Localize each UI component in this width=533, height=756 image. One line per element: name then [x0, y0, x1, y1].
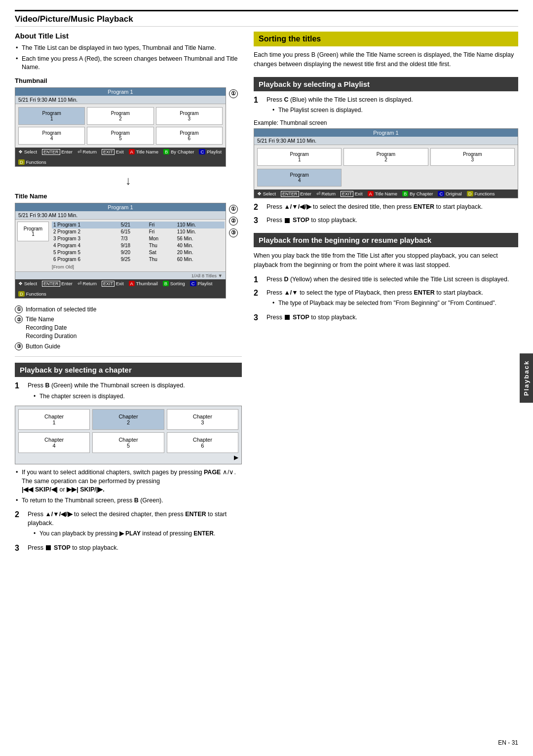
- chapter-step-1-content: Press B (Green) while the Thumbnail scre…: [28, 381, 242, 402]
- thumbnail-annotation-nums: ①: [226, 87, 242, 100]
- playlist-thumb-3: Program3: [430, 148, 515, 166]
- thumb-cell-2: Program2: [87, 107, 153, 125]
- footer-b-btn: B Sorting: [163, 281, 185, 286]
- footer-d-btn: D Functions: [18, 291, 46, 297]
- chapter-cell-4: Chapter4: [18, 432, 90, 453]
- chapter-cell-5: Chapter5: [92, 432, 164, 453]
- footer-c-btn: C Playlist: [199, 149, 222, 154]
- playlist-screen-subheader: 5/21 Fri 9:30 AM 110 Min.: [254, 137, 518, 145]
- footer-c-btn: C Playlist: [190, 281, 213, 286]
- playlist-thumb-2: Program2: [343, 148, 428, 166]
- footer-a-btn: A Thumbnail: [129, 281, 158, 286]
- playlist-screen-mockup: Program 1 5/21 Fri 9:30 AM 110 Min. Prog…: [254, 128, 518, 198]
- chapter-step-3-content: Press STOP to stop playback.: [28, 543, 242, 552]
- chapter-cell-2: Chapter2: [92, 409, 164, 430]
- footer-return: ⏎ Return: [77, 281, 97, 286]
- title-name-screen: Program 1 5/21 Fri 9:30 AM 110 Min. Prog…: [15, 203, 226, 302]
- chapter-step-1-num: 1: [15, 381, 25, 390]
- chapter-cell-6: Chapter6: [167, 432, 238, 453]
- annotations-list: ① Information of selected title ② Title …: [15, 305, 242, 351]
- annotation-circle-2: ②: [15, 315, 23, 323]
- about-title-list-section: About Title List The Title List can be d…: [15, 32, 242, 72]
- footer-b-btn: B By Chapter: [163, 149, 194, 154]
- footer-b-btn: B By Chapter: [402, 191, 433, 196]
- footer-d-btn: D Functions: [467, 191, 495, 196]
- playlist-step-1-content: Press C (Blue) while the Title List scre…: [266, 95, 518, 116]
- thumbnail-screen-header: Program 1: [15, 88, 226, 96]
- thumbnail-screen: Program 1 5/21 Fri 9:30 AM 110 Min. Prog…: [15, 87, 226, 171]
- annotation-row-3: ③ Button Guide: [15, 342, 242, 351]
- thumb-cell-3: Program3: [156, 107, 223, 125]
- annotation-num-1: ①: [229, 89, 238, 98]
- chapter-screen: Chapter1 Chapter2 Chapter3 Chapter4 Chap…: [15, 406, 242, 464]
- footer-enter: ENTER Enter: [42, 149, 73, 154]
- resume-body: When you play back the title from the Ti…: [254, 251, 518, 270]
- arrow-down: ↓: [15, 174, 242, 188]
- chapter-note-2: To return to the Thumbnail screen, press…: [15, 496, 242, 505]
- divider: [15, 356, 242, 357]
- annotation-num-1b: ①: [229, 205, 238, 214]
- thumb-cell-5: Program5: [87, 127, 153, 145]
- sorting-heading: Sorting the titles: [254, 32, 518, 46]
- title-name-program-thumb: Program1: [17, 222, 49, 241]
- bullet-item: The Playlist screen is displayed.: [272, 106, 518, 114]
- playlist-step-2-content: Press ▲/▼/◀/▶ to select the desired titl…: [266, 202, 518, 211]
- chapter-grid-arrow: ▶: [18, 454, 238, 461]
- resume-step-2-bullets: The type of Playback may be selected fro…: [266, 299, 518, 307]
- playlist-step-3: 3 Press STOP to stop playback.: [254, 216, 518, 225]
- resume-step-1-num: 1: [254, 275, 264, 284]
- table-row: 5 Program 59/20Sat20 Min.: [52, 249, 225, 256]
- playlist-step-2: 2 Press ▲/▼/◀/▶ to select the desired ti…: [254, 202, 518, 212]
- playlist-step-1-num: 1: [254, 95, 264, 105]
- footer-c-btn: C Original: [438, 191, 461, 196]
- stop-icon-2: [285, 218, 290, 223]
- footer-exit: EXIT Exit: [102, 149, 124, 154]
- footer-select: ❖ Select: [18, 149, 37, 154]
- annotation-circle-3: ③: [15, 342, 23, 350]
- playlist-thumb-grid-row2: Program4: [254, 169, 518, 189]
- title-name-list-table: 1 Program 15/21Fri110 Min. 2 Program 26/…: [52, 222, 225, 263]
- chapter-section: Playback by selecting a chapter 1 Press …: [15, 363, 242, 552]
- thumbnail-section: Thumbnail Program 1 5/21 Fri 9:30 AM 110…: [15, 77, 242, 171]
- resume-step-2-content: Press ▲/▼ to select the type of Playback…: [266, 288, 518, 309]
- table-row: 1 Program 15/21Fri110 Min.: [52, 222, 225, 228]
- resume-step-1: 1 Press D (Yellow) when the desired titl…: [254, 275, 518, 284]
- footer-select: ❖ Select: [18, 281, 37, 286]
- resume-heading: Playback from the beginning or resume pl…: [254, 233, 518, 247]
- annotation-text-3: Button Guide: [26, 342, 60, 351]
- title-name-section: Title Name Program 1 5/21 Fri 9:30 AM 11…: [15, 192, 242, 302]
- table-row: 4 Program 49/18Thu40 Min.: [52, 242, 225, 249]
- title-name-footer: ❖ Select ENTER Enter ⏎ Return EXIT Exit …: [15, 279, 226, 298]
- playlist-step-3-num: 3: [254, 216, 264, 225]
- chapter-step-1: 1 Press B (Green) while the Thumbnail sc…: [15, 381, 242, 402]
- playlist-step-1-bullets: The Playlist screen is displayed.: [266, 106, 518, 114]
- table-row: 3 Program 37/3Mon56 Min.: [52, 235, 225, 242]
- resume-section: Playback from the beginning or resume pl…: [254, 233, 518, 322]
- playlist-thumb-1: Program1: [257, 148, 342, 166]
- thumb-cell-1: Program1: [18, 107, 85, 125]
- main-content: About Title List The Title List can be d…: [15, 32, 518, 557]
- bullet-item: Each time you press A (Red), the screen …: [15, 55, 242, 72]
- about-title-list-heading: About Title List: [15, 32, 242, 40]
- bullet-item: The Title List can be displayed in two t…: [15, 44, 242, 53]
- annotation-row-2: ② Title NameRecording DateRecording Dura…: [15, 315, 242, 340]
- annotation-num-2: ②: [229, 217, 238, 226]
- annotation-row-1: ① Information of selected title: [15, 305, 242, 314]
- thumbnail-screen-footer: ❖ Select ENTER Enter ⏎ Return EXIT Exit …: [15, 148, 226, 166]
- resume-step-2-num: 2: [254, 288, 264, 298]
- example-label: Example: Thumbnail screen: [254, 119, 518, 126]
- title-name-screen-mockup: Program 1 5/21 Fri 9:30 AM 110 Min. Prog…: [15, 203, 226, 299]
- stop-icon-3: [285, 315, 290, 320]
- chapter-notes: If you want to select additional chapter…: [15, 468, 242, 505]
- resume-step-3-content: Press STOP to stop playback.: [266, 313, 518, 322]
- from-old-label: [From Old]: [52, 263, 225, 269]
- footer-a-btn: A Title Name: [368, 191, 397, 196]
- table-row: 2 Program 26/15Fri110 Min.: [52, 228, 225, 235]
- title-name-screen-body: Program1 1 Program 15/21Fri110 Min. 2 Pr: [15, 220, 226, 271]
- chapter-section-heading: Playback by selecting a chapter: [15, 363, 242, 377]
- chapter-step-2-num: 2: [15, 510, 25, 519]
- title-name-screen-container: Program 1 5/21 Fri 9:30 AM 110 Min. Prog…: [15, 203, 242, 302]
- page-title: Video/Picture/Music Playback: [15, 14, 518, 27]
- playlist-screen-footer: ❖ Select ENTER Enter ⏎ Return EXIT Exit …: [254, 189, 518, 198]
- thumbnail-grid: Program1 Program2 Program3 Program4 Prog…: [15, 104, 226, 148]
